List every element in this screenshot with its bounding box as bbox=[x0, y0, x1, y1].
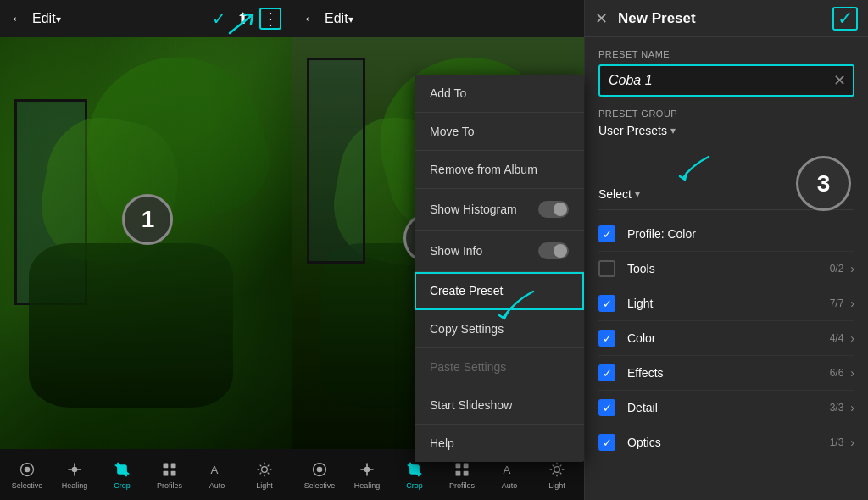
menu-remove-from-album[interactable]: Remove from Album bbox=[415, 151, 584, 189]
back-button-2[interactable]: ← bbox=[303, 10, 318, 28]
preset-name-input-wrap: ✕ bbox=[598, 64, 854, 97]
option-count-tools: 0/2 bbox=[830, 263, 844, 275]
preset-group-row: User Presets ▾ bbox=[598, 124, 854, 149]
panel2-content: 2 Add To Move To Remove from Album Show … bbox=[292, 37, 584, 500]
preset-name-input[interactable] bbox=[600, 66, 826, 95]
chevron-effects: › bbox=[850, 366, 854, 380]
crop-label-1: Crop bbox=[114, 481, 131, 490]
step-circle-3: 3 bbox=[796, 156, 851, 211]
menu-add-to[interactable]: Add To bbox=[415, 75, 584, 113]
bottom-toolbar-1: Selective Healing Crop Profiles A Auto bbox=[0, 449, 292, 500]
selective-label-2: Selective bbox=[304, 481, 336, 490]
menu-paste-settings: Paste Settings bbox=[415, 348, 584, 386]
profiles-icon-2 bbox=[453, 460, 471, 479]
checkbox-profile-color[interactable] bbox=[598, 225, 615, 242]
panel-1: ← Edit▾ ✓ ⬆ ⋮ 1 Se bbox=[0, 0, 292, 500]
option-optics[interactable]: Optics 1/3 › bbox=[598, 425, 854, 459]
preset-confirm-button[interactable]: ✓ bbox=[832, 7, 858, 31]
preset-group-select[interactable]: User Presets ▾ bbox=[598, 124, 676, 137]
auto-icon-1: A bbox=[208, 460, 226, 479]
toolbar-light-2[interactable]: Light bbox=[539, 460, 575, 490]
checkbox-tools[interactable] bbox=[598, 260, 615, 277]
selective-icon-1 bbox=[18, 460, 36, 479]
light-label-1: Light bbox=[256, 481, 273, 490]
crop-icon-1 bbox=[113, 460, 131, 479]
edit-title-2: Edit▾ bbox=[325, 11, 353, 26]
option-profile-color[interactable]: Profile: Color bbox=[598, 217, 854, 252]
light-icon-2 bbox=[548, 460, 566, 479]
checkbox-optics[interactable] bbox=[598, 434, 615, 451]
toolbar-selective-1[interactable]: Selective bbox=[9, 460, 45, 490]
toolbar-healing-1[interactable]: Healing bbox=[57, 460, 92, 490]
option-label-effects: Effects bbox=[627, 366, 830, 380]
option-detail[interactable]: Detail 3/3 › bbox=[598, 391, 854, 425]
crop-icon-2 bbox=[405, 460, 424, 479]
more-options-button-1[interactable]: ⋮ bbox=[259, 8, 281, 30]
dropdown-chevron: ▾ bbox=[670, 125, 676, 136]
svg-rect-12 bbox=[456, 463, 461, 468]
toolbar-selective-2[interactable]: Selective bbox=[302, 460, 337, 490]
option-count-light: 7/7 bbox=[830, 297, 844, 309]
svg-point-11 bbox=[364, 466, 370, 472]
preset-clear-button[interactable]: ✕ bbox=[826, 71, 853, 90]
preset-body: Preset Name ✕ Preset Group User Presets … bbox=[585, 37, 868, 471]
auto-icon-2: A bbox=[500, 460, 519, 479]
preset-name-label: Preset Name bbox=[598, 49, 854, 59]
menu-start-slideshow[interactable]: Start Slideshow bbox=[415, 386, 584, 425]
panel3-body-wrap: 3 Preset Name ✕ Preset Group User Preset… bbox=[585, 37, 868, 471]
arrow-to-create-preset bbox=[491, 283, 542, 329]
dropdown-menu: Add To Move To Remove from Album Show Hi… bbox=[415, 75, 584, 462]
checkmark-icon-1[interactable]: ✓ bbox=[212, 8, 226, 29]
preset-title: New Preset bbox=[618, 10, 832, 27]
svg-point-1 bbox=[25, 466, 31, 472]
arrow-to-menu bbox=[225, 12, 259, 41]
crop-label-2: Crop bbox=[406, 481, 423, 490]
chevron-detail: › bbox=[850, 401, 854, 414]
panel-2: ← Edit▾ 2 Add To Move To Remove from Alb… bbox=[292, 0, 585, 500]
chevron-optics: › bbox=[850, 436, 854, 449]
healing-label-1: Healing bbox=[62, 481, 88, 490]
svg-point-17 bbox=[554, 466, 560, 472]
toolbar-crop-2[interactable]: Crop bbox=[397, 460, 432, 490]
photo-area-1: 1 bbox=[0, 37, 292, 449]
checkbox-detail[interactable] bbox=[598, 399, 615, 416]
profiles-label-1: Profiles bbox=[157, 481, 182, 490]
option-count-color: 4/4 bbox=[830, 332, 844, 344]
toolbar-auto-2[interactable]: A Auto bbox=[492, 460, 527, 490]
histogram-toggle[interactable] bbox=[538, 201, 569, 218]
checkbox-light[interactable] bbox=[598, 295, 615, 312]
option-count-effects: 6/6 bbox=[830, 367, 844, 379]
healing-icon-1 bbox=[65, 460, 84, 479]
profiles-label-2: Profiles bbox=[449, 481, 475, 490]
toolbar-profiles-1[interactable]: Profiles bbox=[152, 460, 187, 490]
select-chevron: ▾ bbox=[635, 188, 640, 200]
menu-show-info[interactable]: Show Info bbox=[415, 231, 584, 272]
toolbar-light-1[interactable]: Light bbox=[247, 460, 282, 490]
svg-point-2 bbox=[72, 466, 78, 472]
svg-rect-13 bbox=[464, 463, 469, 468]
svg-point-10 bbox=[317, 466, 323, 472]
option-effects[interactable]: Effects 6/6 › bbox=[598, 356, 854, 391]
option-color[interactable]: Color 4/4 › bbox=[598, 321, 854, 356]
checkbox-color[interactable] bbox=[598, 330, 615, 347]
toolbar-profiles-2[interactable]: Profiles bbox=[444, 460, 480, 490]
preset-close-button[interactable]: ✕ bbox=[595, 9, 608, 28]
toolbar-auto-1[interactable]: A Auto bbox=[199, 460, 235, 490]
menu-show-histogram[interactable]: Show Histogram bbox=[415, 189, 584, 231]
selective-label-1: Selective bbox=[12, 481, 43, 490]
selective-icon-2 bbox=[310, 460, 329, 479]
toolbar-crop-1[interactable]: Crop bbox=[104, 460, 140, 490]
info-toggle[interactable] bbox=[538, 242, 569, 259]
toolbar-healing-2[interactable]: Healing bbox=[349, 460, 385, 490]
preset-header: ✕ New Preset ✓ bbox=[585, 0, 868, 37]
topbar-2: ← Edit▾ bbox=[292, 0, 584, 37]
checkbox-effects[interactable] bbox=[598, 364, 615, 381]
option-count-detail: 3/3 bbox=[830, 402, 844, 414]
chevron-tools: › bbox=[850, 262, 854, 275]
menu-move-to[interactable]: Move To bbox=[415, 113, 584, 151]
option-tools[interactable]: Tools 0/2 › bbox=[598, 252, 854, 286]
option-light[interactable]: Light 7/7 › bbox=[598, 286, 854, 321]
menu-help[interactable]: Help bbox=[415, 425, 584, 462]
back-button-1[interactable]: ← bbox=[10, 10, 25, 28]
option-label-color: Color bbox=[627, 331, 830, 345]
